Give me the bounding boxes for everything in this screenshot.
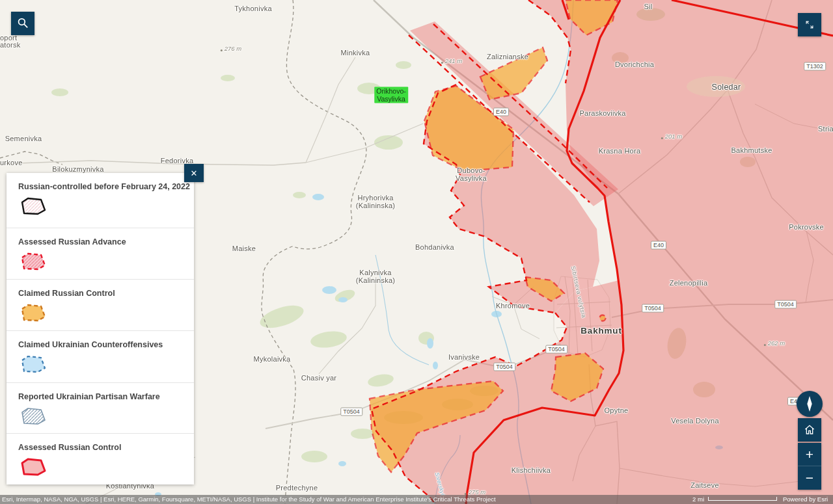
legend-item-claimed-russian-control: Claimed Russian Control [7,279,194,330]
legend-swatch-red-dashed-pink-hatch [18,251,189,274]
road-shield-t0504: T0504 [493,363,515,371]
legend-item-russian-controlled-before-february-24-2022: Russian-controlled before February 24, 2… [7,173,194,228]
road-shield-e40: E40 [493,108,509,116]
zoom-controls: + − [798,443,821,490]
expand-button[interactable] [798,13,821,36]
legend-item-assessed-russian-control: Assessed Russian Control [7,433,194,484]
zoom-out-button[interactable]: − [798,466,821,490]
powered-by-esri-link[interactable]: Powered by Esri [783,495,828,504]
scalebar-label: 2 mi [674,495,704,504]
legend-item-claimed-ukrainian-counteroffensives: Claimed Ukrainian Counteroffensives [7,330,194,382]
map-app: TykhonivkaMinkivkaZaliznianskeSilDvorich… [0,0,833,504]
legend-swatch-black-outline-white [18,196,189,219]
attribution-bar: Esri, Intermap, NASA, NGA, USGS | Esri, … [0,495,833,504]
compass-needle-icon [802,395,817,412]
compass-button[interactable] [797,391,823,417]
soledar-urban-patch [687,76,745,97]
legend-item-label: Russian-controlled before February 24, 2… [18,182,189,191]
road-shield-e40: E40 [651,241,666,250]
legend-swatch-orange-dashed-orange [18,302,189,326]
home-icon [802,422,817,438]
legend-item-label: Assessed Russian Advance [18,237,189,246]
legend-panel: Russian-controlled before February 24, 2… [7,173,194,484]
legend-item-label: Claimed Russian Control [18,289,189,298]
road-shield-t0504: T0504 [774,300,797,309]
legend-item-reported-ukrainian-partisan-warfare: Reported Ukrainian Partisan Warfare [7,382,194,433]
legend-swatch-blue-dashed-lightblue [18,354,189,377]
legend-item-label: Claimed Ukrainian Counteroffensives [18,340,189,349]
close-icon: ✕ [191,168,198,178]
legend-swatch-red-solid-pink [18,457,189,480]
search-button[interactable] [11,12,34,35]
road-shield-t0504: T0504 [642,304,664,313]
diagonal-arrows-icon [802,18,817,32]
search-icon [15,16,31,31]
scalebar [708,497,777,501]
home-button[interactable] [798,418,821,442]
attribution-text: Esri, Intermap, NASA, NGA, USGS | Esri, … [2,495,496,504]
zoom-in-button[interactable]: + [798,443,821,466]
legend-swatch-blue-hatch-white [18,406,189,429]
road-shield-t0504: T0504 [340,408,362,416]
legend-item-label: Assessed Russian Control [18,443,189,452]
highlighted-search-result: Orikhovo- Vasylivka [374,87,408,103]
legend-close-button[interactable]: ✕ [184,164,204,182]
road-shield-t0504: T0504 [545,345,567,354]
legend-item-label: Reported Ukrainian Partisan Warfare [18,392,189,401]
road-shield-t1302: T1302 [804,62,826,71]
legend-item-assessed-russian-advance: Assessed Russian Advance [7,228,194,279]
